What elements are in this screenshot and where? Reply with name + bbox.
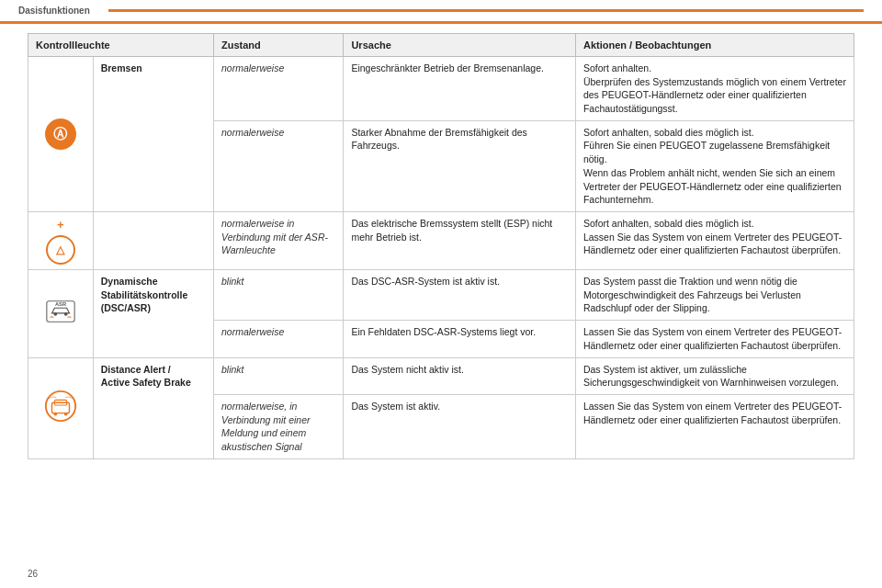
dsc-label: DynamischeStabilitätskontrolle(DSC/ASR) (101, 276, 188, 313)
bremsen-icon: Ⓐ (45, 119, 76, 150)
header-aktionen: Aktionen / Beobachtungen (575, 34, 854, 57)
bremsen-cause-2: Starker Abnahme der Bremsfähigkeit des F… (344, 120, 576, 211)
dsc-icon-cell: ASR (28, 270, 94, 357)
svg-point-1 (53, 312, 57, 316)
dsc-cause-1: Das DSC-ASR-System ist aktiv ist. (344, 270, 576, 321)
table-row: Distance Alert /Active Safety Brake blin… (28, 357, 854, 394)
das-state-2: normalerweise, inVerbindung mit einerMel… (214, 394, 344, 458)
asr-state-1: normalerweise inVerbindung mit der ASR-W… (214, 211, 344, 269)
das-action-2: Lassen Sie das System von einem Vertrete… (575, 394, 854, 458)
dsc-cause-2: Ein Fehldaten DSC-ASR-Systems liegt vor. (344, 321, 576, 357)
svg-point-7 (53, 413, 57, 416)
bremsen-label: Bremsen (101, 62, 142, 74)
bremsen-state-1: normalerweise (214, 57, 344, 121)
section-title: Dasisfunktionen (18, 6, 90, 16)
das-name-cell: Distance Alert /Active Safety Brake (93, 357, 213, 458)
dsc-icon: ASR (36, 294, 85, 333)
page-number: 26 (28, 569, 38, 579)
header-zustand: Zustand (214, 34, 344, 57)
svg-point-4 (46, 391, 75, 421)
das-cause-2: Das System ist aktiv. (344, 394, 576, 458)
asr-icon-cell: + △ (28, 211, 94, 269)
svg-point-2 (64, 312, 68, 316)
svg-point-8 (64, 413, 68, 416)
bremsen-action-1: Sofort anhalten. Überprüfen des Systemzu… (575, 57, 854, 121)
das-icon-cell (28, 357, 94, 458)
asr-cause-1: Das elektrische Bremssystem stellt (ESP)… (344, 211, 576, 269)
top-bar: Dasisfunktionen (0, 0, 882, 24)
das-cause-1: Das System nicht aktiv ist. (344, 357, 576, 394)
das-action-1: Das System ist aktiver, um zulässliche S… (575, 357, 854, 394)
das-state-1: blinkt (214, 357, 344, 394)
bremsen-icon-cell: Ⓐ (28, 57, 94, 212)
dsc-name-cell: DynamischeStabilitätskontrolle(DSC/ASR) (93, 270, 213, 357)
header-ursache: Ursache (344, 34, 576, 57)
dsc-state-2: normalerweise (214, 321, 344, 357)
asr-circle-icon: △ (46, 235, 75, 265)
bremsen-name-cell: Bremsen (93, 57, 213, 212)
dsc-action-1: Das System passt die Traktion und wenn n… (575, 270, 854, 321)
table-row: + △ normalerweise inVerbindung mit der A… (28, 211, 854, 269)
table-row: Ⓐ Bremsen normalerweise Eingeschränkter … (28, 57, 854, 121)
das-icon (36, 389, 85, 427)
dsc-action-2: Lassen Sie das System von einem Vertrete… (575, 321, 854, 357)
bremsen-action-2: Sofort anhalten, sobald dies möglich ist… (575, 120, 854, 211)
bremsen-state-2: normalerweise (214, 120, 344, 211)
main-content: Kontrollleuchte Zustand Ursache Aktionen… (0, 24, 882, 478)
header-kontrollleuchte: Kontrollleuchte (28, 34, 214, 57)
top-bar-accent-line (108, 9, 864, 12)
safety-table: Kontrollleuchte Zustand Ursache Aktionen… (28, 33, 854, 459)
page-wrapper: Dasisfunktionen Kontrollleuchte Zustand … (0, 0, 882, 588)
plus-icon: + (57, 217, 64, 233)
bremsen-cause-1: Eingeschränkter Betrieb der Bremsenanlag… (344, 57, 576, 121)
dsc-state-1: blinkt (214, 270, 344, 321)
table-row: ASR DynamischeStabilitätskontrolle(DSC/A… (28, 270, 854, 321)
svg-text:ASR: ASR (55, 302, 66, 308)
table-header-row: Kontrollleuchte Zustand Ursache Aktionen… (28, 34, 854, 57)
das-label: Distance Alert /Active Safety Brake (101, 364, 191, 389)
asr-name-cell (93, 211, 213, 269)
asr-action-1: Sofort anhalten, sobald dies möglich ist… (575, 211, 854, 269)
